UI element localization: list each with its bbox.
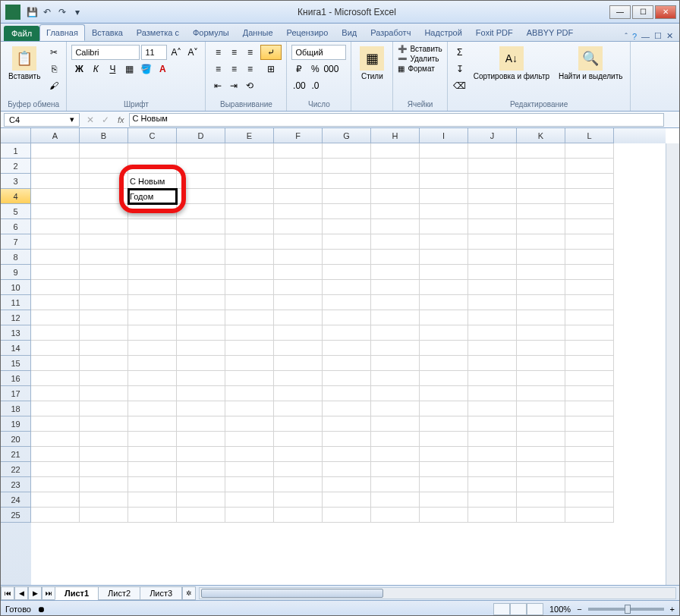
cell-C12[interactable]	[128, 310, 177, 325]
cell-B10[interactable]	[80, 280, 128, 295]
cell-B3[interactable]	[80, 174, 128, 189]
row-header-3[interactable]: 3	[1, 174, 31, 189]
cell-H13[interactable]	[371, 325, 420, 341]
cell-F10[interactable]	[274, 280, 323, 295]
sheet-nav-first[interactable]: ⏮	[1, 586, 14, 600]
cell-E2[interactable]	[225, 159, 274, 174]
row-header-8[interactable]: 8	[1, 250, 31, 265]
cell-L3[interactable]	[565, 174, 614, 189]
cell-B23[interactable]	[80, 477, 128, 492]
fx-button[interactable]: fx	[118, 115, 124, 124]
view-normal-button[interactable]	[493, 603, 510, 615]
view-page-break-button[interactable]	[527, 603, 543, 615]
row-header-17[interactable]: 17	[1, 386, 31, 401]
tab-addins[interactable]: Надстрой	[417, 24, 468, 41]
col-header-J[interactable]: J	[468, 128, 517, 143]
vertical-scrollbar[interactable]	[666, 143, 679, 585]
cell-K25[interactable]	[517, 508, 565, 523]
cell-D23[interactable]	[177, 477, 225, 492]
cell-D20[interactable]	[177, 432, 225, 447]
cell-I25[interactable]	[420, 508, 468, 523]
format-cells-button[interactable]: ▦Формат	[398, 64, 435, 73]
cell-I23[interactable]	[420, 477, 468, 492]
merge-button[interactable]: ⊞	[260, 61, 282, 77]
cell-E14[interactable]	[225, 341, 274, 356]
cell-E6[interactable]	[225, 219, 274, 234]
cell-A4[interactable]	[31, 189, 80, 204]
cell-F25[interactable]	[274, 508, 323, 523]
cell-C23[interactable]	[128, 477, 177, 492]
mdi-min-icon[interactable]: —	[641, 32, 650, 41]
h-scroll-thumb[interactable]	[201, 589, 383, 598]
cell-J2[interactable]	[468, 159, 517, 174]
cell-I18[interactable]	[420, 401, 468, 416]
cell-F3[interactable]	[274, 174, 323, 189]
col-header-G[interactable]: G	[323, 128, 371, 143]
cell-I5[interactable]	[420, 204, 468, 219]
cancel-icon[interactable]: ✕	[83, 112, 98, 127]
cell-E15[interactable]	[225, 356, 274, 371]
cell-G7[interactable]	[323, 234, 371, 250]
shrink-font-button[interactable]: A˅	[185, 45, 200, 60]
cell-A9[interactable]	[31, 265, 80, 280]
cell-L2[interactable]	[565, 159, 614, 174]
tab-review[interactable]: Рецензиро	[280, 24, 335, 41]
row-header-23[interactable]: 23	[1, 477, 31, 492]
cell-I3[interactable]	[420, 174, 468, 189]
cell-D13[interactable]	[177, 325, 225, 341]
cell-J4[interactable]	[468, 189, 517, 204]
cell-G2[interactable]	[323, 159, 371, 174]
cell-F23[interactable]	[274, 477, 323, 492]
row-header-1[interactable]: 1	[1, 143, 31, 159]
row-header-13[interactable]: 13	[1, 325, 31, 341]
cell-D25[interactable]	[177, 508, 225, 523]
italic-button[interactable]: К	[88, 61, 103, 77]
save-icon[interactable]: 💾	[25, 5, 39, 19]
cell-K11[interactable]	[517, 295, 565, 310]
cell-B19[interactable]	[80, 416, 128, 432]
cell-D3[interactable]	[177, 174, 225, 189]
cell-D2[interactable]	[177, 159, 225, 174]
grow-font-button[interactable]: A˄	[168, 45, 184, 60]
cell-K9[interactable]	[517, 265, 565, 280]
styles-button[interactable]: ▦ Стили	[356, 45, 388, 82]
cell-J22[interactable]	[468, 462, 517, 477]
cell-A20[interactable]	[31, 432, 80, 447]
cell-A25[interactable]	[31, 508, 80, 523]
tab-formulas[interactable]: Формулы	[186, 24, 236, 41]
cell-K8[interactable]	[517, 250, 565, 265]
cell-F21[interactable]	[274, 447, 323, 462]
cell-E22[interactable]	[225, 462, 274, 477]
cell-C24[interactable]	[128, 492, 177, 508]
cell-G15[interactable]	[323, 356, 371, 371]
name-box-dropdown-icon[interactable]: ▾	[70, 115, 74, 124]
cell-C4[interactable]: Годом	[128, 189, 177, 204]
cell-G23[interactable]	[323, 477, 371, 492]
accounting-button[interactable]: ₽	[291, 61, 307, 77]
cell-G25[interactable]	[323, 508, 371, 523]
cell-L24[interactable]	[565, 492, 614, 508]
cell-K4[interactable]	[517, 189, 565, 204]
zoom-level[interactable]: 100%	[549, 605, 571, 614]
cell-C18[interactable]	[128, 401, 177, 416]
cell-A18[interactable]	[31, 401, 80, 416]
increase-decimal-button[interactable]: .00	[291, 78, 307, 93]
cell-I15[interactable]	[420, 356, 468, 371]
cell-E5[interactable]	[225, 204, 274, 219]
sheet-tab-2[interactable]: Лист2	[98, 586, 140, 600]
cell-K19[interactable]	[517, 416, 565, 432]
cell-H3[interactable]	[371, 174, 420, 189]
cell-H7[interactable]	[371, 234, 420, 250]
cell-F22[interactable]	[274, 462, 323, 477]
cell-C16[interactable]	[128, 371, 177, 386]
increase-indent-button[interactable]: ⇥	[226, 78, 241, 93]
cell-B8[interactable]	[80, 250, 128, 265]
cell-I6[interactable]	[420, 219, 468, 234]
tab-developer[interactable]: Разработч	[364, 24, 417, 41]
row-header-18[interactable]: 18	[1, 401, 31, 416]
cell-K5[interactable]	[517, 204, 565, 219]
cell-K3[interactable]	[517, 174, 565, 189]
cell-B24[interactable]	[80, 492, 128, 508]
cell-E13[interactable]	[225, 325, 274, 341]
cell-B16[interactable]	[80, 371, 128, 386]
